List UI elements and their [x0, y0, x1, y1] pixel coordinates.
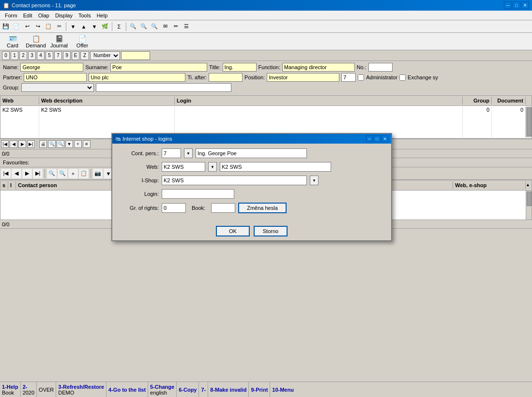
ok-button[interactable]: OK — [216, 226, 250, 236]
web-dropdown-btn[interactable]: ▼ — [208, 162, 217, 172]
dialog-footer: OK Storno — [112, 222, 391, 240]
dialog-icon: 🛍 — [115, 136, 121, 142]
dialog-title-left: 🛍 Internet shop - logins — [115, 136, 172, 142]
dialog-maximize-btn[interactable]: □ — [374, 135, 380, 142]
dialog-minimize-btn[interactable]: ─ — [366, 135, 373, 142]
ishop-input[interactable] — [162, 176, 307, 185]
dialog-cont-pers-row: Cont. pers.: ▼ — [120, 148, 383, 158]
cont-pers-name-input[interactable] — [196, 148, 307, 158]
change-pwd-button[interactable]: Změna hesla — [238, 203, 287, 213]
web-name-input[interactable] — [220, 162, 331, 172]
dialog-content: Cont. pers.: ▼ Web: ▼ I-Shop: ▼ Login: — [112, 144, 391, 222]
dialog-title-text: Internet shop - logins — [122, 136, 172, 142]
book-input[interactable] — [211, 203, 235, 213]
storno-button[interactable]: Storno — [254, 226, 288, 236]
cont-pers-input[interactable] — [162, 148, 181, 158]
dialog-overlay: 🛍 Internet shop - logins ─ □ ✕ Cont. per… — [0, 0, 532, 397]
gr-rights-label: Gr. of rights: — [120, 205, 159, 211]
dialog-ishop-row: I-Shop: ▼ — [120, 176, 383, 185]
web-label: Web: — [120, 164, 159, 170]
dialog-rights-row: Gr. of rights: Book: Změna hesla — [120, 203, 383, 213]
ishop-dropdown-btn[interactable]: ▼ — [310, 176, 319, 185]
book-label: Book: — [189, 205, 208, 211]
internet-shop-dialog: 🛍 Internet shop - logins ─ □ ✕ Cont. per… — [111, 133, 392, 241]
login-label: Login: — [120, 191, 159, 197]
dialog-title-bar: 🛍 Internet shop - logins ─ □ ✕ — [112, 134, 391, 144]
dialog-login-row: Login: — [120, 189, 383, 199]
login-input[interactable] — [162, 189, 234, 199]
ishop-label: I-Shop: — [120, 177, 159, 183]
dialog-close-btn[interactable]: ✕ — [381, 135, 388, 142]
web-input[interactable] — [162, 162, 205, 172]
dialog-controls: ─ □ ✕ — [366, 135, 388, 142]
dialog-web-row: Web: ▼ — [120, 162, 383, 172]
cont-pers-dropdown-btn[interactable]: ▼ — [184, 148, 193, 158]
gr-rights-input[interactable] — [162, 203, 186, 213]
cont-pers-label: Cont. pers.: — [120, 150, 159, 156]
